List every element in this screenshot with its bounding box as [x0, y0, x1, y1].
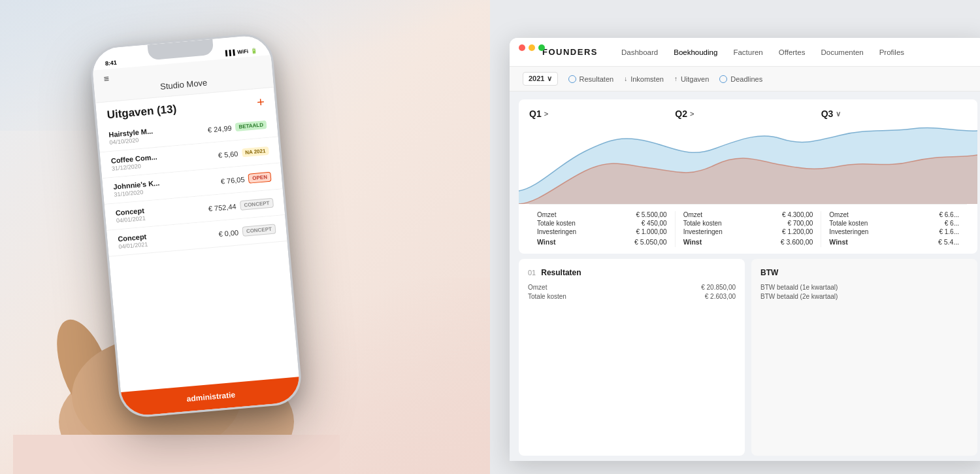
q2-stats: Omzet € 4.300,00 Totale kosten € 700,00 … [676, 211, 822, 247]
phone-item-info: Concept 04/01/2021 [118, 233, 148, 250]
q3-label[interactable]: Q3 ∨ [821, 109, 967, 119]
resultaten-label: Resultaten [580, 75, 614, 83]
left-panel: 8:41 ▐▐▐ WiFi 🔋 ≡ Studio Move [0, 0, 490, 474]
bottom-section: 01 Resultaten Omzet € 20.850,00 Totale k… [519, 259, 977, 456]
btw-q1: BTW betaald (1e kwartaal) [760, 284, 968, 291]
right-panel: FOUNDERS Dashboard Boekhouding Facturen … [490, 0, 980, 474]
q1-kosten: Totale kosten € 450,00 [537, 220, 667, 227]
q2-winst: Winst € 3.600,00 [683, 238, 813, 246]
filter-bar: 2021 ∨ Resultaten ↓ Inkomsten ↑ Uitgaven… [510, 67, 980, 92]
year-selector[interactable]: 2021 ∨ [523, 72, 558, 86]
close-window-button[interactable] [519, 44, 525, 51]
phone-item-info: Coffee Com... 31/12/2020 [110, 153, 158, 172]
btw-card-title: BTW [760, 268, 778, 277]
phone-item-badge: OPEN [248, 172, 272, 184]
phone-item-right: € 752,44 CONCEPT [208, 198, 274, 214]
phone-item-info: Hairstyle M... 04/10/2020 [108, 127, 154, 146]
filter-uitgaven[interactable]: ↑ Uitgaven [674, 75, 709, 83]
battery-icon: 🔋 [251, 48, 258, 54]
inkomsten-label: Inkomsten [630, 75, 664, 83]
q3-omzet: Omzet € 6.6... [829, 211, 959, 218]
phone-item-amount: € 0,00 [218, 228, 239, 238]
phone-item-amount: € 24,99 [207, 124, 232, 133]
inkomsten-icon: ↓ [624, 75, 627, 82]
phone-mockup: 8:41 ▐▐▐ WiFi 🔋 ≡ Studio Move [89, 32, 304, 419]
q3-chevron: ∨ [836, 110, 841, 118]
q1-chevron: > [544, 110, 548, 118]
uitgaven-label: Uitgaven [681, 75, 709, 83]
stats-row: Omzet € 5.500,00 Totale kosten € 450,00 … [529, 204, 967, 254]
app-nav: FOUNDERS Dashboard Boekhouding Facturen … [510, 38, 980, 67]
q3-kosten: Totale kosten € 6... [829, 220, 959, 227]
q2-omzet: Omzet € 4.300,00 [683, 211, 813, 218]
phone-item-badge: BETAALD [235, 120, 267, 131]
app-logo: FOUNDERS [542, 47, 598, 57]
phone-item-info: Johnnie's K... 31/10/2020 [113, 179, 161, 198]
deadlines-dot [719, 75, 727, 83]
nav-documenten[interactable]: Documenten [813, 38, 871, 67]
phone-time: 8:41 [105, 59, 117, 67]
nav-dashboard[interactable]: Dashboard [613, 38, 666, 67]
q2-kosten: Totale kosten € 700,00 [683, 220, 813, 227]
nav-profiles[interactable]: Profiles [872, 38, 912, 67]
btw-q2: BTW betaald (2e kwartaal) [760, 293, 968, 300]
phone-screen: 8:41 ▐▐▐ WiFi 🔋 ≡ Studio Move [91, 34, 301, 417]
btw-card: BTW BTW betaald (1e kwartaal) BTW betaal… [751, 259, 977, 456]
wifi-icon: WiFi [237, 48, 249, 55]
phone-item-amount: € 5,60 [218, 149, 238, 159]
phone-item-info: Concept 04/01/2021 [115, 207, 146, 224]
q1-invest: Investeringen € 1.000,00 [537, 228, 667, 235]
q2-invest: Investeringen € 1.200,00 [683, 228, 813, 235]
phone-item-amount: € 752,44 [208, 202, 237, 212]
phone-item-amount: € 76,05 [220, 175, 245, 185]
signal-icon: ▐▐▐ [223, 50, 235, 56]
phone-inner: 8:41 ▐▐▐ WiFi 🔋 ≡ Studio Move [91, 34, 301, 417]
resultaten-dot [568, 75, 576, 83]
phone-item-badge: NA 2021 [242, 146, 269, 158]
q1-winst: Winst € 5.050,00 [537, 238, 667, 246]
q3-stats: Omzet € 6.6... Totale kosten € 6... Inve… [821, 211, 967, 247]
q1-label[interactable]: Q1 > [529, 109, 675, 119]
resultaten-card: 01 Resultaten Omzet € 20.850,00 Totale k… [519, 259, 745, 456]
maximize-window-button[interactable] [538, 44, 545, 51]
q3-invest: Investeringen € 1.6... [829, 228, 959, 235]
q2-chevron: > [690, 110, 694, 118]
phone-item-right: € 0,00 CONCEPT [218, 224, 276, 239]
filter-deadlines[interactable]: Deadlines [719, 75, 762, 83]
filter-resultaten[interactable]: Resultaten [568, 75, 614, 83]
phone-expense-list: Hairstyle M... 04/10/2020 € 24,99 BETAAL… [97, 111, 299, 392]
nav-boekhouding[interactable]: Boekhouding [666, 38, 725, 67]
phone-add-button[interactable]: + [256, 95, 265, 109]
q2-label[interactable]: Q2 > [675, 109, 821, 119]
phone-page-title: Uitgaven (13) [106, 103, 177, 122]
phone-item-badge: CONCEPT [242, 224, 276, 236]
resultaten-kosten: Totale kosten € 2.603,00 [528, 293, 736, 300]
minimize-window-button[interactable] [529, 44, 535, 51]
resultaten-card-number: 01 [528, 269, 536, 277]
quarters-header: Q1 > Q2 > Q3 ∨ [529, 109, 967, 119]
phone-item-right: € 24,99 BETAALD [207, 120, 267, 134]
phone-outer: 8:41 ▐▐▐ WiFi 🔋 ≡ Studio Move [89, 32, 304, 419]
phone-item-badge: CONCEPT [240, 198, 274, 211]
q3-winst: Winst € 5.4... [829, 238, 959, 246]
q1-omzet: Omzet € 5.500,00 [537, 211, 667, 218]
filter-inkomsten[interactable]: ↓ Inkomsten [624, 75, 664, 83]
phone-item-right: € 5,60 NA 2021 [218, 146, 269, 160]
btw-card-header: BTW [760, 268, 968, 277]
nav-offertes[interactable]: Offertes [771, 38, 813, 67]
phone-item-right: € 76,05 OPEN [220, 172, 271, 186]
app-main-content: Q1 > Q2 > Q3 ∨ [510, 92, 980, 461]
phone-status-icons: ▐▐▐ WiFi 🔋 [223, 48, 257, 56]
resultaten-omzet: Omzet € 20.850,00 [528, 284, 736, 291]
nav-facturen[interactable]: Facturen [725, 38, 770, 67]
resultaten-card-header: 01 Resultaten [528, 268, 736, 277]
q1-stats: Omzet € 5.500,00 Totale kosten € 450,00 … [529, 211, 676, 247]
svg-rect-7 [13, 435, 340, 474]
uitgaven-icon: ↑ [674, 75, 678, 82]
quarters-section: Q1 > Q2 > Q3 ∨ [519, 99, 977, 254]
desktop-app: FOUNDERS Dashboard Boekhouding Facturen … [510, 38, 980, 461]
resultaten-card-title: Resultaten [541, 268, 581, 277]
traffic-lights [519, 44, 545, 51]
quarter-chart [519, 119, 977, 204]
deadlines-label: Deadlines [730, 75, 762, 83]
